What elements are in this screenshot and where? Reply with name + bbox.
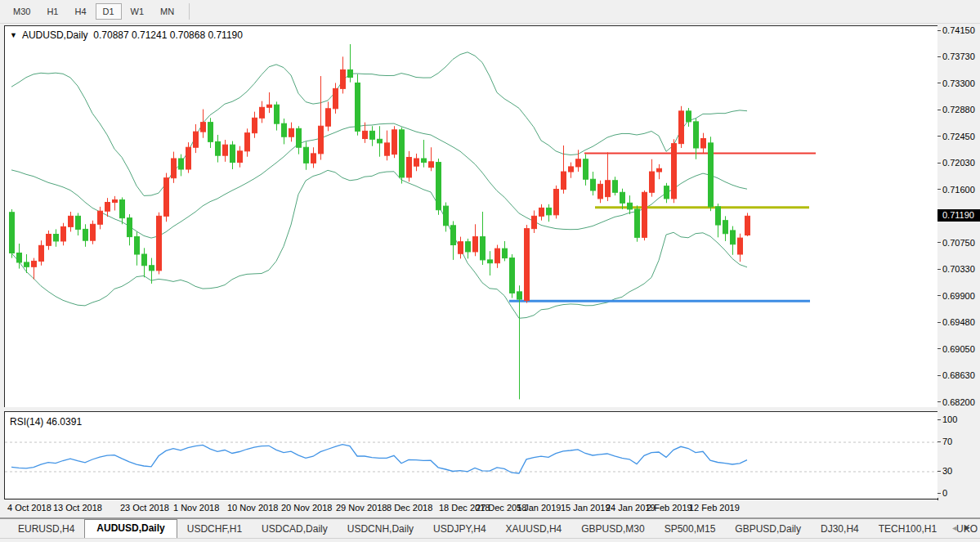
chart-tab-gbpusd-daily[interactable]: GBPUSD,Daily [725,521,811,538]
price-tick [937,136,941,137]
timeframe-button-w1[interactable]: W1 [123,3,152,20]
chart-title-symbol: AUDUSD,Daily [22,29,88,41]
price-tick [937,83,941,83]
tab-scroll-arrows[interactable]: ◄► [951,522,977,532]
candle [98,207,103,230]
main-chart-pane[interactable] [4,25,938,408]
chart-tab-dj30-h4[interactable]: DJ30,H4 [811,521,869,538]
candle [473,224,478,256]
candle [216,135,221,163]
candle [657,164,662,179]
candle [186,142,191,172]
price-axis-label: 0.70750 [942,238,975,248]
candle [289,123,294,142]
date-axis-label: 13 Oct 2018 [53,503,102,513]
candle [591,172,596,195]
current-price-tag: 0.71190 [937,209,980,222]
timeframe-button-m30[interactable]: M30 [6,3,38,20]
timeframe-button-d1[interactable]: D1 [96,3,122,20]
price-tick [937,242,941,243]
price-axis-label: 0.73300 [942,78,975,88]
price-axis-label: 0.72450 [942,132,975,141]
candle [47,231,51,250]
date-axis-label: 5 Jan 2019 [517,503,561,513]
candle [135,231,140,265]
price-tick [937,269,941,270]
price-tick [937,110,941,110]
candle [672,139,677,203]
candle [547,204,552,222]
timeframe-button-mn[interactable]: MN [153,3,181,20]
chart-tab-usdjpy-h4[interactable]: USDJPY,H4 [423,521,495,538]
chart-tab-tech100-h1[interactable]: TECH100,H1 [869,521,946,538]
rsi-axis-label: 30 [942,466,952,476]
price-axis-label: 0.74150 [942,25,975,35]
chart-tab-audusd-daily[interactable]: AUDUSD,Daily [84,519,177,538]
tab-scroll-left-icon[interactable]: ◄ [951,524,963,532]
chart-tab-bar: EURUSD,H4AUDUSD,DailyUSDCHF,H1USDCAD,Dai… [0,520,980,538]
chart-tab-sp500-m15[interactable]: SP500,M15 [655,521,726,538]
candle [642,190,647,240]
candle [635,205,640,241]
bottom-strip [0,538,980,542]
candle [83,224,88,247]
candle [495,245,500,268]
candle [297,126,302,154]
date-axis-label: 12 Feb 2019 [689,503,740,513]
candlestick-chart[interactable] [5,26,937,407]
candle [407,151,412,181]
candle [61,223,66,246]
candle [238,146,243,168]
candle [260,101,265,123]
timeframe-toolbar: M30H1H4D1W1MN [0,0,980,24]
chart-tab-gbpusd-m30[interactable]: GBPUSD,M30 [571,521,654,538]
candle [679,106,684,148]
timeframe-button-h4[interactable]: H4 [67,3,93,20]
candle [723,216,728,241]
candle [650,159,655,197]
date-axis[interactable]: 4 Oct 201813 Oct 201823 Oct 20181 Nov 20… [4,499,937,517]
candle [532,210,537,233]
candle [348,44,353,83]
candle [606,152,611,201]
price-axis-label: 0.72880 [942,105,975,114]
toolbar-separator [189,3,190,20]
rsi-line [11,445,747,473]
candle [687,108,691,127]
rsi-indicator-pane[interactable] [4,411,938,500]
candle [39,240,44,266]
tab-scroll-right-icon[interactable]: ► [963,522,977,532]
candle [333,83,338,113]
price-tick [937,189,941,190]
candle [194,124,199,153]
chart-tab-xauusd-h4[interactable]: XAUUSD,H4 [496,521,572,538]
candle [201,110,206,138]
symbol-dropdown-icon[interactable]: ▼ [10,31,17,39]
timeframe-button-h1[interactable]: H1 [39,3,65,20]
chart-tab-eurusd-h4[interactable]: EURUSD,H4 [8,521,84,538]
candle [142,248,147,277]
candle [701,133,706,153]
candle [584,155,588,186]
chart-tab-usdcad-daily[interactable]: USDCAD,Daily [252,521,338,538]
candle [164,173,169,222]
candle [304,141,309,169]
candle [69,212,74,231]
price-axis-label: 0.68630 [942,370,975,380]
candle [179,155,184,177]
rsi-tick [937,419,941,420]
rsi-axis-label: 100 [942,414,957,424]
date-axis-label: 15 Jan 2019 [561,503,611,513]
candle [378,126,383,156]
chart-title: ▼AUDUSD,Daily 0.70887 0.71241 0.70868 0.… [10,29,243,41]
price-axis-label: 0.68200 [942,397,975,407]
candle [598,181,603,204]
candle [539,204,544,221]
price-tick [937,348,941,349]
chart-tab-usdchf-h1[interactable]: USDCHF,H1 [177,521,252,538]
candle [716,204,721,237]
price-scale[interactable]: 0.741500.737300.733000.728800.724500.720… [937,25,980,498]
candle [245,128,250,156]
candle [120,197,125,224]
chart-tab-usdcnh-daily[interactable]: USDCNH,Daily [338,521,423,538]
